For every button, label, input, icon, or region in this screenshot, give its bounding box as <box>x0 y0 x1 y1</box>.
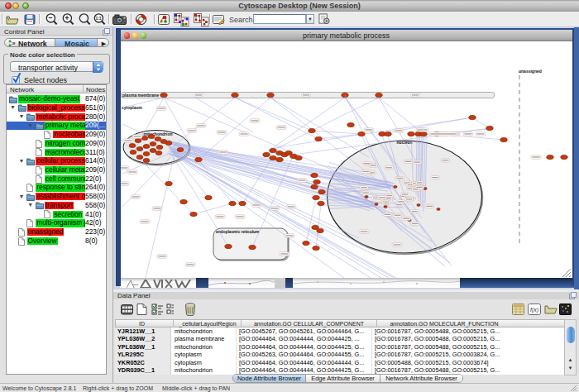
svg-text:1:1: 1:1 <box>95 16 101 21</box>
svg-text:endoplasmic reticulum: endoplasmic reticulum <box>216 230 259 234</box>
svg-text:plasma membrane: plasma membrane <box>122 93 159 98</box>
svg-text:unassigned: unassigned <box>519 69 542 74</box>
svg-text:cytoplasm: cytoplasm <box>122 105 142 110</box>
svg-text:f(x): f(x) <box>530 307 538 313</box>
